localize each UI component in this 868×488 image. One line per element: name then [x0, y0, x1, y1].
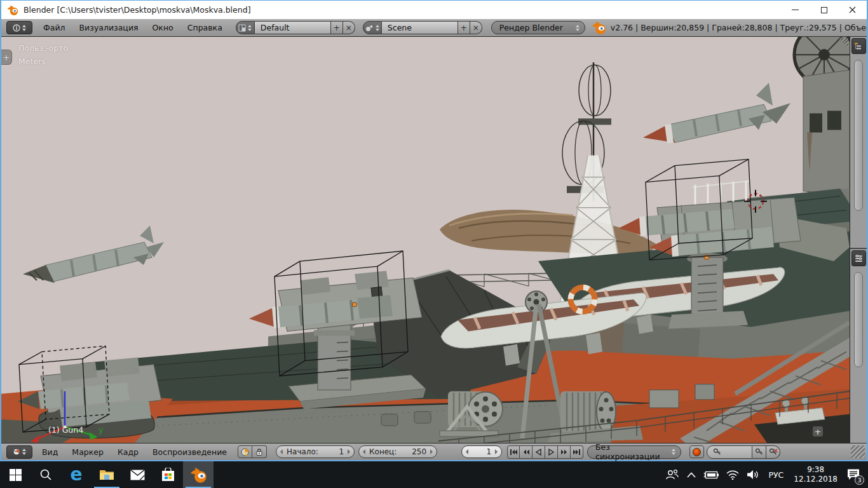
timeline-editor-selector[interactable] — [6, 445, 32, 459]
decrement-arrow[interactable] — [363, 449, 365, 454]
info-editor-icon — [13, 24, 20, 32]
wifi-button[interactable] — [722, 461, 743, 488]
sync-mode-dropdown[interactable]: Без синхронизации — [587, 445, 681, 459]
tray-date: 12.12.2018 — [794, 475, 837, 484]
prev-key-icon — [522, 449, 530, 456]
outliner-scrollbar[interactable] — [854, 60, 863, 211]
scene-arrows — [376, 25, 379, 31]
search-button[interactable] — [31, 461, 61, 488]
next-keyframe-button[interactable] — [558, 445, 571, 459]
scene-name-field[interactable]: Scene — [382, 21, 458, 34]
battery-button[interactable] — [700, 461, 722, 488]
record-button[interactable] — [689, 445, 704, 458]
start-button[interactable] — [0, 461, 31, 488]
language-indicator[interactable]: РУС — [763, 470, 789, 480]
keying-set-group — [707, 445, 780, 459]
menu-frame[interactable]: Кадр — [111, 447, 146, 457]
properties-icon — [854, 254, 864, 263]
decrement-arrow[interactable] — [466, 449, 468, 454]
menu-render[interactable]: Визуализация — [72, 23, 146, 32]
close-button[interactable] — [838, 1, 867, 19]
current-frame-field[interactable]: 1 — [461, 445, 502, 458]
wifi-icon — [726, 470, 739, 480]
menu-window[interactable]: Окно — [146, 23, 180, 32]
properties-panel-collapsed[interactable] — [850, 249, 867, 443]
menu-file[interactable]: Файл — [36, 23, 72, 32]
delete-scene-button[interactable]: × — [470, 21, 482, 34]
main-menus: Файл Визуализация Окно Справка — [36, 23, 229, 32]
clock[interactable]: 9:38 12.12.2018 — [789, 465, 843, 484]
sync-mode-label: Без синхронизации — [595, 442, 672, 461]
insert-keyframe-button[interactable] — [752, 445, 766, 459]
increment-arrow[interactable] — [348, 449, 350, 454]
add-scene-button[interactable]: + — [458, 21, 470, 34]
properties-region-expand[interactable]: + — [813, 426, 823, 437]
increment-arrow[interactable] — [495, 449, 498, 454]
keying-set-icon — [713, 447, 722, 456]
timeline-editor-icon — [13, 448, 20, 456]
screen-layout-icon — [238, 24, 246, 32]
volume-button[interactable] — [743, 461, 763, 488]
properties-header-button[interactable] — [851, 250, 866, 266]
viewport-3d-scene: y — [1, 37, 850, 443]
taskbar-blender-active[interactable] — [183, 461, 214, 488]
frame-end-field[interactable]: Конец: 250 — [358, 445, 437, 458]
preview-range-icon — [241, 448, 249, 456]
people-button[interactable] — [661, 461, 683, 488]
tray-expand-button[interactable] — [683, 461, 700, 488]
outliner-header-button[interactable] — [851, 38, 866, 54]
menu-view[interactable]: Вид — [35, 447, 65, 457]
close-icon — [849, 6, 856, 13]
jump-to-start-button[interactable] — [507, 445, 520, 459]
taskbar-store[interactable] — [153, 461, 183, 488]
increment-arrow[interactable] — [430, 449, 433, 454]
toolshelf-expand-tab[interactable]: + — [1, 50, 12, 65]
maximize-button[interactable] — [810, 1, 838, 19]
delete-layout-button[interactable]: × — [343, 21, 355, 34]
3d-viewport[interactable]: y — [1, 37, 850, 443]
menu-help[interactable]: Справка — [180, 23, 229, 32]
taskbar-edge[interactable]: e — [61, 461, 92, 488]
blender-window: Blender [C:\Users\tvister\Desktop\moskva… — [0, 0, 868, 461]
jump-start-icon — [510, 449, 518, 456]
timeline-resize-grip[interactable] — [851, 445, 865, 458]
preview-range-toggle[interactable] — [238, 445, 252, 458]
scene-icon — [365, 24, 374, 32]
sync-arrows — [672, 449, 675, 455]
lock-icon — [255, 448, 263, 456]
editor-type-selector[interactable] — [6, 21, 32, 34]
decrement-arrow[interactable] — [280, 449, 283, 454]
window-titlebar[interactable]: Blender [C:\Users\tvister\Desktop\moskva… — [1, 1, 867, 19]
blender-app-icon — [7, 4, 18, 16]
screen-layout-arrows — [248, 25, 252, 31]
render-engine-dropdown[interactable]: Рендер Blender — [491, 21, 585, 34]
delete-keyframe-button[interactable] — [766, 445, 780, 459]
lock-toggle[interactable] — [252, 445, 267, 458]
taskbar-mail[interactable] — [122, 461, 153, 488]
edge-icon: e — [71, 466, 83, 484]
screen-layout-name-field[interactable]: Default — [255, 21, 331, 34]
keying-set-field[interactable] — [707, 445, 752, 459]
play-button[interactable] — [545, 445, 558, 459]
screen-layout-button[interactable] — [236, 21, 255, 34]
action-center-button[interactable]: 3 — [843, 461, 868, 488]
menu-marker[interactable]: Маркер — [65, 447, 111, 457]
frame-start-field[interactable]: Начало: 1 — [276, 445, 355, 458]
add-layout-button[interactable]: + — [331, 21, 343, 34]
outliner-panel-collapsed[interactable] — [850, 37, 867, 249]
jump-to-end-button[interactable] — [571, 445, 583, 459]
taskbar-explorer[interactable] — [92, 461, 122, 488]
minimize-button[interactable] — [781, 1, 810, 19]
scene-button[interactable] — [363, 21, 382, 34]
speaker-icon — [747, 470, 759, 480]
store-icon — [161, 468, 175, 482]
info-header: Файл Визуализация Окно Справка Default +… — [1, 19, 867, 37]
view-name-label: Польз.-орто — [18, 43, 68, 53]
prev-keyframe-button[interactable] — [520, 445, 532, 459]
next-key-icon — [560, 449, 568, 456]
play-reverse-button[interactable] — [532, 445, 545, 459]
properties-scrollbar[interactable] — [854, 272, 863, 367]
menu-playback[interactable]: Воспроизведение — [146, 447, 234, 457]
explorer-folder-icon — [99, 468, 114, 481]
editor-selector-arrows — [22, 25, 26, 31]
